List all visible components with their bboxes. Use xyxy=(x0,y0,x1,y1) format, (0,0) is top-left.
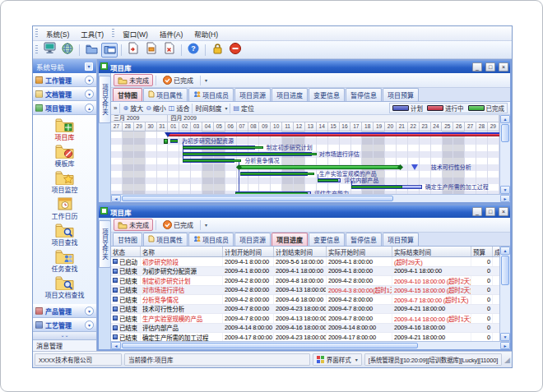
sidebar-item-项目库[interactable]: 项目库 xyxy=(33,118,96,141)
scrollbar-thumb[interactable] xyxy=(501,256,509,285)
column-header-状态[interactable]: 状态 xyxy=(111,247,141,256)
time-scale-dropdown[interactable]: 时间刻度▾ xyxy=(195,104,227,113)
table-row[interactable]: 已结束为初步研究分配资源2009-4-1 8:00:002009-4-1 18:… xyxy=(111,267,499,277)
close-button[interactable]: × xyxy=(499,207,508,216)
scroll-up-arrow[interactable]: ▲ xyxy=(500,115,510,123)
zoom-out-button[interactable]: ⊖缩小 xyxy=(146,104,166,113)
sidebar-item-模板库[interactable]: 模板库 xyxy=(33,144,96,168)
tab-project-folder[interactable]: 项目文件夹 xyxy=(99,220,111,268)
chevron-down-icon[interactable]: ▾ xyxy=(85,321,94,330)
progress-bar[interactable] xyxy=(318,179,338,182)
filter-more-button[interactable]: ▾ xyxy=(205,222,207,228)
sidebar-overflow-button[interactable]: ⌄⌄ xyxy=(33,331,96,339)
sidebar-item-项目文档查找[interactable]: 项目文档查找 xyxy=(33,275,96,299)
column-header-计划开始时间[interactable]: 计划开始时间 xyxy=(223,247,274,256)
progress-bar[interactable] xyxy=(183,153,316,155)
doc-new-button[interactable] xyxy=(125,43,142,58)
scrollbar-thumb[interactable] xyxy=(501,124,509,142)
tab-甘特图[interactable]: 甘特图 xyxy=(113,88,142,101)
table-row[interactable]: 已结束确定生产所需的加工过程2009-4-17 8:00:002009-4-23… xyxy=(111,333,499,341)
tab-变更信息[interactable]: 变更信息 xyxy=(309,88,345,101)
exit-button[interactable] xyxy=(227,43,244,58)
progress-bar[interactable] xyxy=(170,140,177,142)
table-row[interactable]: 已结束技术可行性分析2009-4-7 8:00:002009-4-23 18:0… xyxy=(111,305,499,315)
tab-项目成员[interactable]: 项目成员 xyxy=(188,233,234,246)
scroll-left-arrow[interactable]: ◄ xyxy=(111,342,121,349)
scroll-right-arrow[interactable]: ► xyxy=(500,195,510,202)
progress-bar[interactable] xyxy=(183,146,262,149)
menu-item-系统(S)[interactable]: 系统(S) xyxy=(40,27,75,40)
tab-项目进度[interactable]: 项目进度 xyxy=(272,88,308,101)
menu-item-窗口(W)[interactable]: 窗口(W) xyxy=(117,27,154,40)
scroll-down-arrow[interactable]: ▼ xyxy=(500,186,510,194)
scroll-down-arrow[interactable]: ▼ xyxy=(500,333,510,341)
menu-item-插件(A)[interactable]: 插件(A) xyxy=(154,27,188,40)
table-row[interactable]: 已结束制定初步研究计划2009-4-2 8:00:002009-4-8 18:0… xyxy=(111,276,499,286)
fit-button[interactable]: ◫适合 xyxy=(169,104,190,113)
tab-message-management[interactable]: 消息管理 xyxy=(33,339,96,351)
folder-button[interactable] xyxy=(83,43,100,58)
sidebar-item-项目查找[interactable]: 项目查找 xyxy=(33,223,96,247)
folder-window-button[interactable] xyxy=(101,43,118,58)
sidebar-group-工艺管理[interactable]: 工艺管理▾ xyxy=(33,318,96,331)
resize-grip[interactable]: ◢ xyxy=(504,356,510,364)
locate-button[interactable]: ▤定位 xyxy=(233,104,254,113)
close-button[interactable]: × xyxy=(499,62,508,71)
chevron-up-icon[interactable]: ▴ xyxy=(85,104,94,113)
column-header-名称[interactable]: 名称 xyxy=(141,247,223,256)
maximize-button[interactable]: □ xyxy=(485,207,495,216)
top-window-titlebar[interactable]: 项目库 _ □ × xyxy=(99,61,510,73)
project-inprogress-bar[interactable] xyxy=(168,134,499,136)
zoom-in-button[interactable]: ⊕放大 xyxy=(123,104,143,113)
summary-bar[interactable] xyxy=(239,165,400,169)
progress-bar[interactable] xyxy=(183,159,241,162)
globe-button[interactable] xyxy=(59,43,76,58)
help-button[interactable]: ? xyxy=(185,43,202,58)
filter-unfinished-button[interactable]: 未完成 xyxy=(114,219,153,231)
scrollbar-thumb[interactable] xyxy=(122,343,418,348)
chevron-down-icon[interactable]: ▾ xyxy=(85,76,94,85)
filter-more-button[interactable]: ▾ xyxy=(205,77,207,83)
tab-甘特图[interactable]: 甘特图 xyxy=(113,233,142,246)
progress-bar[interactable] xyxy=(351,186,402,188)
progress-bar[interactable] xyxy=(240,173,314,175)
sidebar-item-任务查找[interactable]: 任务查找 xyxy=(33,249,96,273)
sidebar-collapse-icon[interactable]: ▾ xyxy=(85,62,93,71)
tab-变更信息[interactable]: 变更信息 xyxy=(309,233,345,246)
filter-finished-button[interactable]: 已完成 xyxy=(159,74,197,86)
maximize-button[interactable]: □ xyxy=(485,62,495,71)
table-row[interactable]: 已启动初步研究阶段2009-4-1 8:00:002009-5-6 18:00:… xyxy=(111,257,499,267)
doc-edit-button[interactable] xyxy=(143,43,160,58)
sidebar-group-项目管理[interactable]: 项目管理▴ xyxy=(33,101,96,115)
tab-暂停信息[interactable]: 暂停信息 xyxy=(346,88,382,101)
lock-button[interactable] xyxy=(209,43,225,58)
table-row[interactable]: 已结束分析竞争情况2009-4-2 8:00:002009-4-6 18:00:… xyxy=(111,295,499,305)
filter-unfinished-button[interactable]: 未完成 xyxy=(114,74,153,86)
column-header-成本[interactable]: 成本 xyxy=(493,247,499,256)
tab-项目资源[interactable]: 项目资源 xyxy=(234,233,271,246)
menu-item-帮助(H)[interactable]: 帮助(H) xyxy=(188,27,224,40)
filter-finished-button[interactable]: 已完成 xyxy=(159,219,197,231)
column-header-计划结束时间[interactable]: 计划结束时间 xyxy=(274,247,327,256)
tab-项目资源[interactable]: 项目资源 xyxy=(234,88,271,101)
table-row[interactable]: 已结束生产实验室规模的产品2009-4-7 8:00:002009-4-13 1… xyxy=(111,314,499,324)
tab-暂停信息[interactable]: 暂停信息 xyxy=(346,233,382,246)
tab-项目成员[interactable]: 项目成员 xyxy=(188,88,234,101)
tab-项目进度[interactable]: 项目进度 xyxy=(272,233,308,246)
sidebar-group-产品管理[interactable]: 产品管理▾ xyxy=(33,304,96,318)
tab-项目属性[interactable]: 项目属性 xyxy=(143,233,188,246)
doc-delete-button[interactable] xyxy=(161,43,178,58)
scrollbar-thumb[interactable] xyxy=(122,196,393,201)
column-header-实际结束时间[interactable]: 实际结束时间 xyxy=(392,247,471,256)
sidebar-group-文档管理[interactable]: 文档管理▾ xyxy=(33,87,96,101)
monitor-button[interactable] xyxy=(41,43,58,58)
tab-项目预算[interactable]: 项目预算 xyxy=(383,88,419,101)
sidebar-group-工作管理[interactable]: 工作管理▾ xyxy=(33,73,96,87)
gantt-overflow-button[interactable]: » xyxy=(114,104,117,112)
table-row[interactable]: 已结束对市场进行评估2009-4-2 8:00:002009-4-13 18:0… xyxy=(111,286,499,296)
bottom-window-titlebar[interactable]: 项目库 _ □ × xyxy=(99,205,510,218)
chevron-down-icon[interactable]: ▾ xyxy=(85,90,94,99)
tab-项目预算[interactable]: 项目预算 xyxy=(383,233,419,246)
tab-project-folder[interactable]: 项目文件夹 xyxy=(99,76,111,123)
progress-bar[interactable] xyxy=(235,192,307,194)
